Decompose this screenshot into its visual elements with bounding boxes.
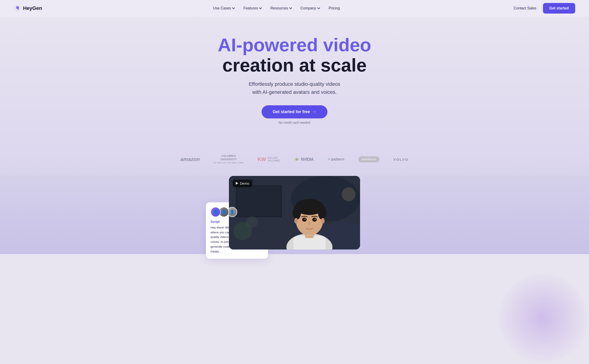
logo-amazon: amazon <box>180 156 200 162</box>
demo-video-frame[interactable]: Demo <box>229 176 360 249</box>
nav-links: Use Cases Features Resources Company Pri… <box>209 4 344 12</box>
svg-point-16 <box>318 206 326 220</box>
hero-title-dark: creation at scale <box>223 55 367 75</box>
avatar-1: 👤 <box>211 207 221 217</box>
svg-point-19 <box>304 218 306 220</box>
heygen-logo-icon <box>14 5 21 12</box>
logos-section: amazon COLUMBIAUNIVERSITYIN THE CITY OF … <box>0 150 589 176</box>
nav-link-features[interactable]: Features <box>240 4 266 12</box>
logo-link[interactable]: HeyGen <box>14 5 42 12</box>
demo-badge[interactable]: Demo <box>233 180 252 187</box>
svg-point-21 <box>294 218 298 223</box>
svg-point-22 <box>321 218 325 223</box>
play-icon <box>236 182 238 185</box>
logo-salesforce: salesforce <box>358 156 379 162</box>
svg-point-20 <box>315 218 316 220</box>
navbar: HeyGen Use Cases Features Resources Comp… <box>0 0 589 17</box>
logo-kw: KW KELLERWILLIAMS. <box>258 156 280 162</box>
chevron-down-icon <box>317 7 320 10</box>
bg-blob-right <box>497 272 589 364</box>
nvidia-eye-icon <box>294 157 299 161</box>
svg-rect-6 <box>237 186 281 216</box>
logo-pattern: ↗ pattern <box>327 157 344 162</box>
logo-nvidia: NVIDIA <box>294 157 314 162</box>
svg-point-17 <box>302 218 307 222</box>
chevron-down-icon <box>232 7 235 10</box>
demo-section: 👤 👤 👤 Script Hey there! Welcome to HeyGe… <box>0 176 589 254</box>
contact-sales-link[interactable]: Contact Sales <box>511 4 539 12</box>
hero-title: AI-powered video creation at scale <box>5 35 584 75</box>
chevron-down-icon <box>259 7 262 10</box>
nav-link-use-cases[interactable]: Use Cases <box>209 4 239 12</box>
hero-cta-wrap: Get started for free → No credit card ne… <box>5 105 584 124</box>
svg-point-8 <box>246 216 258 228</box>
svg-point-9 <box>342 187 356 201</box>
nav-link-company[interactable]: Company <box>297 4 324 12</box>
logo-text: HeyGen <box>23 5 42 11</box>
demo-container: 👤 👤 👤 Script Hey there! Welcome to HeyGe… <box>229 176 360 254</box>
nav-actions: Contact Sales Get started <box>511 3 575 13</box>
nav-link-resources[interactable]: Resources <box>267 4 296 12</box>
nav-link-pricing[interactable]: Pricing <box>325 4 344 12</box>
hero-title-accent: AI-powered video <box>218 35 371 55</box>
get-started-button[interactable]: Get started <box>543 3 575 13</box>
no-credit-card-text: No credit card needed <box>279 121 310 124</box>
svg-point-18 <box>312 218 317 222</box>
hero-section: AI-powered video creation at scale Effor… <box>0 17 589 150</box>
svg-point-15 <box>293 206 301 220</box>
logo-columbia: COLUMBIAUNIVERSITYIN THE CITY OF NEW YOR… <box>214 154 244 164</box>
logo-volvo: VOLVO <box>393 157 408 162</box>
hero-subtitle: Effortlessly produce studio-quality vide… <box>5 80 584 96</box>
svg-point-1 <box>296 159 298 160</box>
chevron-down-icon <box>289 7 292 10</box>
hero-cta-button[interactable]: Get started for free → <box>262 105 327 118</box>
